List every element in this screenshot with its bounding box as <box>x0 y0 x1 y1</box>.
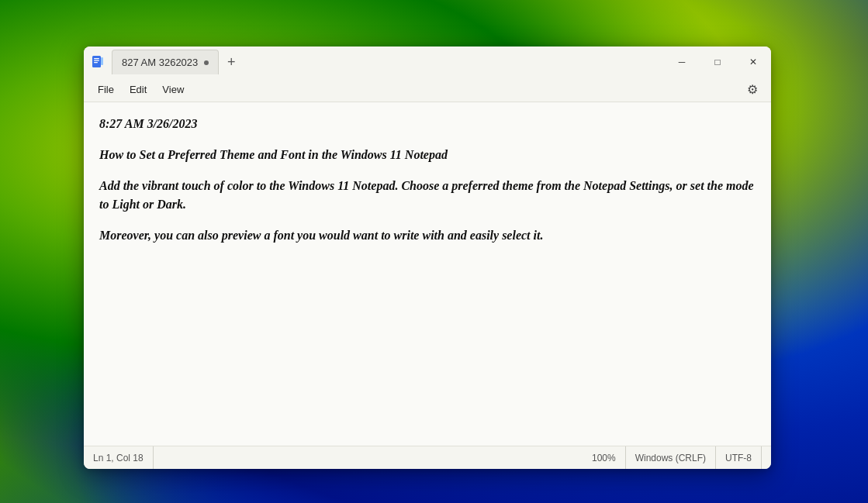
svg-rect-3 <box>94 62 98 63</box>
app-icon <box>90 54 105 70</box>
cursor-position: Ln 1, Col 18 <box>93 446 154 469</box>
svg-rect-4 <box>101 57 103 65</box>
content-timestamp: 8:27 AM 3/26/2023 <box>99 115 756 133</box>
title-bar: 827 AM 3262023 + ─ □ ✕ <box>84 47 771 78</box>
maximize-button[interactable]: □ <box>700 47 735 78</box>
active-tab[interactable]: 827 AM 3262023 <box>112 50 219 74</box>
close-button[interactable]: ✕ <box>735 47 771 78</box>
settings-button[interactable]: ⚙ <box>742 79 763 101</box>
notepad-window: 827 AM 3262023 + ─ □ ✕ File Edit <box>84 47 771 469</box>
unsaved-indicator <box>204 60 209 65</box>
menu-edit[interactable]: Edit <box>122 81 154 98</box>
content-paragraph1: Add the vibrant touch of color to the Wi… <box>99 177 756 214</box>
encoding: UTF-8 <box>716 446 762 469</box>
menu-bar: File Edit View ⚙ <box>84 78 771 102</box>
svg-rect-1 <box>94 58 99 59</box>
menu-file[interactable]: File <box>90 81 122 98</box>
tab-area: 827 AM 3262023 + <box>112 47 664 78</box>
text-editor[interactable]: 8:27 AM 3/26/2023 How to Set a Preferred… <box>84 102 771 446</box>
zoom-level: 100% <box>583 446 626 469</box>
menu-view[interactable]: View <box>154 81 192 98</box>
svg-rect-2 <box>94 60 99 61</box>
tab-label: 827 AM 3262023 <box>122 57 198 68</box>
add-tab-button[interactable]: + <box>220 51 242 73</box>
svg-rect-0 <box>92 56 101 67</box>
content-heading: How to Set a Preferred Theme and Font in… <box>99 146 756 164</box>
minimize-button[interactable]: ─ <box>664 47 700 78</box>
content-paragraph2: Moreover, you can also preview a font yo… <box>99 226 756 245</box>
gear-icon: ⚙ <box>747 82 758 97</box>
line-ending: Windows (CRLF) <box>626 446 716 469</box>
status-bar: Ln 1, Col 18 100% Windows (CRLF) UTF-8 <box>84 446 771 469</box>
window-controls: ─ □ ✕ <box>664 47 771 78</box>
